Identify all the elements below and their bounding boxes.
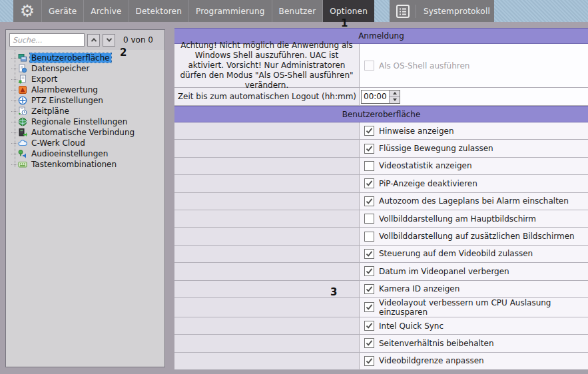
option-row-right-cell: Vollbilddarstellung auf zusätzlichen Bil… [360, 228, 588, 244]
option-row-right-cell: Seitenverhältnis beibehalten [360, 335, 588, 351]
option-row-videostatistik-anzeigen: Videostatistik anzeigen [174, 158, 588, 175]
checkbox-videostatistik-anzeigen[interactable] [364, 161, 374, 171]
options-table: Hinweise anzeigenFlüssige Bewegung zulas… [174, 122, 588, 370]
checkbox-vollbilddarstellung-auf-zus-tzlichen-bildschirmen[interactable] [364, 232, 374, 242]
option-row-left-cell [174, 210, 360, 227]
option-row-left-cell [174, 263, 360, 280]
option-row-left-cell [174, 193, 360, 210]
sidebar-item-audioeinstellungen[interactable]: Audioeinstellungen [6, 148, 164, 159]
checkbox-autozoom-des-lageplans-bei-alarm-einschalten[interactable] [364, 196, 374, 206]
export-icon [18, 75, 27, 84]
os-shell-label: Als OS-Shell ausführen [379, 61, 469, 71]
option-row-left-cell [174, 298, 360, 317]
sidebar-item-c-werk-cloud[interactable]: C-Werk Cloud [6, 138, 164, 148]
sidebar-item-label: Regionale Einstellungen [30, 117, 129, 126]
checkbox-fl-ssige-bewegung-zulassen[interactable] [364, 144, 374, 154]
sidebar-item-export[interactable]: Export [6, 74, 164, 85]
sidebar-item-regionale-einstellungen[interactable]: Regionale Einstellungen [6, 116, 164, 127]
sidebar-search-row: 0 von 0 [6, 30, 164, 50]
option-label: Kamera ID anzeigen [379, 284, 459, 293]
datastore-icon [18, 64, 27, 73]
system-log-icon [396, 4, 410, 19]
option-row-videobildgrenze-anpassen: Videobildgrenze anpassen [174, 353, 588, 370]
option-row-hinweise-anzeigen: Hinweise anzeigen [174, 122, 588, 140]
logout-label-cell: Zeit bis zum automatischen Logout (hh:mm… [174, 88, 360, 105]
sidebar-item-label: Alarmbewertung [30, 85, 99, 94]
option-label: Vollbilddarstellung am Hauptbildschirm [379, 214, 536, 224]
tab-programmierung[interactable]: Programmierung [188, 0, 272, 22]
sidebar-item-label: Audioeinstellungen [30, 149, 109, 158]
sidebar-item-tastenkombinationen[interactable]: Tastenkombinationen [6, 159, 164, 170]
autoconnect-icon [18, 128, 27, 137]
checkbox-videobildgrenze-anpassen[interactable] [364, 356, 374, 366]
option-row-right-cell: Steuerung auf dem Videobild zulassen [360, 246, 588, 262]
option-row-right-cell: Videobildgrenze anpassen [360, 353, 588, 369]
tab-ger-te[interactable]: Geräte [41, 0, 83, 22]
os-shell-cell: Als OS-Shell ausführen [360, 44, 588, 87]
option-row-right-cell: Intel Quick Sync [360, 317, 588, 334]
checkbox-vollbilddarstellung-am-hauptbildschirm[interactable] [364, 214, 374, 224]
option-row-left-cell [174, 353, 360, 369]
keyboard-icon [18, 160, 27, 169]
gear-icon: ⚙ [20, 0, 35, 22]
option-row-right-cell: Vollbilddarstellung am Hauptbildschirm [360, 210, 588, 227]
system-log-button[interactable]: Systemprotokoll [390, 0, 494, 22]
option-row-vollbilddarstellung-auf-zus-tzlichen-bildschirmen: Vollbilddarstellung auf zusätzlichen Bil… [174, 228, 588, 245]
schedule-icon [18, 106, 27, 116]
settings-tree: BenutzeroberflächeDatenspeicherExportAla… [6, 50, 164, 170]
checkbox-hinweise-anzeigen[interactable] [364, 126, 374, 136]
option-label: Videobildgrenze anpassen [379, 356, 484, 365]
checkbox-videolayout-verbessern-um-cpu-auslasung-einzusparen[interactable] [364, 302, 374, 312]
sidebar-item-datenspeicher[interactable]: Datenspeicher [6, 63, 164, 74]
settings-menu-button[interactable]: ⚙ [13, 0, 41, 22]
option-row-left-cell [174, 158, 360, 174]
option-label: Hinweise anzeigen [379, 126, 454, 136]
sidebar-item-label: Benutzeroberfläche [30, 53, 111, 63]
tab-optionen[interactable]: Optionen [322, 0, 374, 22]
option-row-left-cell [174, 228, 360, 244]
spinner-up-button[interactable] [390, 91, 400, 96]
tab-archive[interactable]: Archive [83, 0, 128, 22]
spinner-value[interactable]: 00:00 [362, 91, 389, 103]
checkbox-steuerung-auf-dem-videobild-zulassen[interactable] [364, 249, 374, 259]
search-input[interactable] [9, 33, 85, 47]
checkbox-seitenverh-ltnis-beibehalten[interactable] [364, 338, 374, 348]
checkbox-pip-anzeige-deaktivieren[interactable] [364, 178, 374, 188]
tab-detektoren[interactable]: Detektoren [129, 0, 188, 22]
sidebar-item-zeitpl-ne[interactable]: Zeitpläne [6, 106, 164, 116]
sidebar-item-benutzeroberfl-che[interactable]: Benutzeroberfläche [6, 53, 164, 63]
option-row-intel-quick-sync: Intel Quick Sync [174, 317, 588, 335]
chevron-down-icon [106, 36, 111, 41]
checkbox-kamera-id-anzeigen[interactable] [364, 284, 374, 294]
checkbox-datum-im-videopanel-verbergen[interactable] [364, 266, 374, 276]
sidebar-item-ptz-einstellungen[interactable]: PTZ Einstellungen [6, 95, 164, 106]
option-label: Intel Quick Sync [379, 321, 443, 331]
sidebar-item-label: Zeitpläne [30, 106, 71, 116]
option-row-right-cell: Datum im Videopanel verbergen [360, 263, 588, 280]
sidebar-item-automatische-verbindung[interactable]: Automatische Verbindung [6, 127, 164, 138]
checkbox-intel-quick-sync[interactable] [364, 321, 374, 331]
annotation-2: 2 [120, 47, 127, 59]
option-row-left-cell [174, 122, 360, 139]
logout-value-cell: 00:00 [360, 88, 588, 105]
spinner-down-button[interactable] [390, 96, 400, 103]
os-shell-checkbox[interactable] [364, 61, 374, 71]
option-row-pip-anzeige-deaktivieren: PiP-Anzeige deaktivieren [174, 175, 588, 192]
option-row-left-cell [174, 175, 360, 192]
section-header-benutzeroberflaeche: Benutzeroberfläche [174, 106, 588, 122]
tab-benutzer[interactable]: Benutzer [272, 0, 323, 22]
sidebar-item-label: PTZ Einstellungen [30, 96, 105, 105]
logout-spinner: 00:00 [361, 90, 400, 104]
ptz-icon [18, 96, 27, 105]
toolbar-separator [416, 5, 416, 18]
search-next-button[interactable] [103, 34, 115, 47]
option-row-videolayout-verbessern-um-cpu-auslasung-einzusparen: Videolayout verbessern um CPU Auslasung … [174, 298, 588, 317]
sidebar-item-alarmbewertung[interactable]: Alarmbewertung [6, 85, 164, 95]
search-prev-button[interactable] [87, 34, 100, 47]
option-row-right-cell: Videostatistik anzeigen [360, 158, 588, 174]
option-label: Steuerung auf dem Videobild zulassen [379, 249, 533, 258]
option-label: Seitenverhältnis beibehalten [379, 339, 494, 348]
option-label: Videolayout verbessern um CPU Auslasung … [379, 298, 588, 317]
option-row-left-cell [174, 140, 360, 156]
logout-timeout-row: Zeit bis zum automatischen Logout (hh:mm… [174, 88, 588, 106]
